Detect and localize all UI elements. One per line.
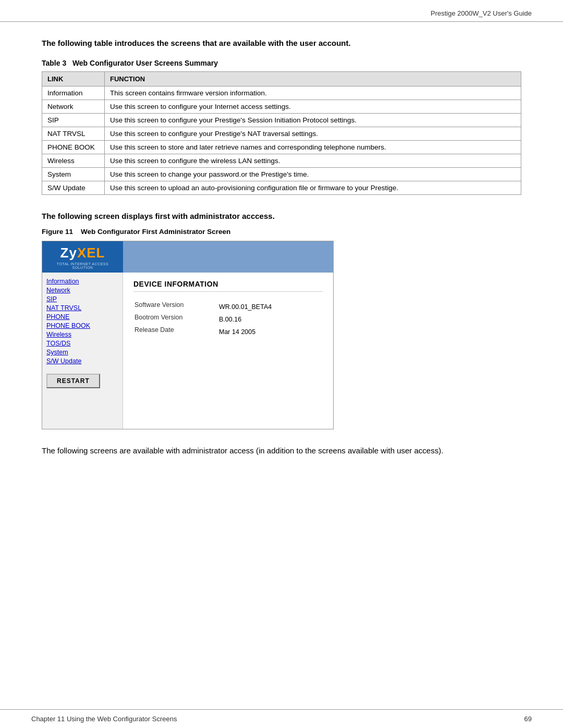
figure-label: Figure 11 bbox=[42, 228, 73, 236]
following-text: The following screens are available with… bbox=[42, 445, 521, 457]
table-row: InformationThis screen contains firmware… bbox=[42, 87, 521, 100]
zyxel-nav-link[interactable]: Information bbox=[46, 278, 118, 285]
zyxel-nav: InformationNetworkSIPNAT TRVSLPHONEPHONE… bbox=[46, 278, 118, 365]
table-label: Table 3 bbox=[42, 59, 66, 67]
zyxel-body: InformationNetworkSIPNAT TRVSLPHONEPHONE… bbox=[42, 273, 333, 429]
device-info-row: Bootrom VersionB.00.16 bbox=[134, 314, 322, 325]
zyxel-nav-link[interactable]: PHONE BOOK bbox=[46, 322, 118, 329]
figure-caption-text: Web Configurator First Administrator Scr… bbox=[81, 228, 230, 236]
zyxel-nav-link[interactable]: System bbox=[46, 349, 118, 356]
restart-button[interactable]: RESTART bbox=[46, 374, 100, 388]
zyxel-main-panel: Device Information Software VersionWR.00… bbox=[123, 273, 333, 429]
table-cell-link: PHONE BOOK bbox=[42, 141, 105, 154]
table-cell-link: System bbox=[42, 168, 105, 181]
zyxel-logo-box: ZyXEL Total Internet Access Solution bbox=[42, 241, 123, 273]
table-cell-link: Wireless bbox=[42, 154, 105, 168]
zyxel-nav-link[interactable]: PHONE bbox=[46, 313, 118, 320]
zyxel-sidebar: InformationNetworkSIPNAT TRVSLPHONEPHONE… bbox=[42, 273, 123, 429]
logo-zy: Zy bbox=[60, 245, 77, 261]
page-header: Prestige 2000W_V2 User's Guide bbox=[0, 0, 563, 22]
table-cell-function: Use this screen to upload an auto-provis… bbox=[105, 181, 521, 195]
col-header-link: LINK bbox=[42, 72, 105, 87]
table-row: SystemUse this screen to change your pas… bbox=[42, 168, 521, 181]
zyxel-logo: ZyXEL bbox=[60, 245, 105, 261]
table-cell-link: SIP bbox=[42, 114, 105, 127]
zyxel-screenshot: ZyXEL Total Internet Access Solution Inf… bbox=[42, 241, 334, 429]
table-cell-function: Use this screen to configure your Presti… bbox=[105, 114, 521, 127]
table-caption-text: Web Configurator User Screens Summary bbox=[72, 59, 218, 67]
table-cell-function: This screen contains firmware version in… bbox=[105, 87, 521, 100]
figure-caption: Figure 11 Web Configurator First Adminis… bbox=[42, 228, 521, 236]
table-row: SIPUse this screen to configure your Pre… bbox=[42, 114, 521, 127]
zyxel-nav-link[interactable]: NAT TRVSL bbox=[46, 304, 118, 312]
table-caption: Table 3 Web Configurator User Screens Su… bbox=[42, 59, 521, 67]
device-info-value: WR.00.01_BETA4 bbox=[219, 301, 322, 313]
device-info-value: Mar 14 2005 bbox=[219, 326, 322, 338]
table-row: S/W UpdateUse this screen to upload an a… bbox=[42, 181, 521, 195]
footer-left: Chapter 11 Using the Web Configurator Sc… bbox=[31, 715, 177, 723]
table-cell-link: S/W Update bbox=[42, 181, 105, 195]
device-info-label: Bootrom Version bbox=[134, 314, 218, 325]
zyxel-tagline: Total Internet Access Solution bbox=[46, 262, 119, 269]
device-info-label: Software Version bbox=[134, 301, 218, 313]
zyxel-nav-link[interactable]: Network bbox=[46, 287, 118, 294]
zyxel-nav-link[interactable]: S/W Update bbox=[46, 357, 118, 365]
table-row: PHONE BOOKUse this screen to store and l… bbox=[42, 141, 521, 154]
device-info-value: B.00.16 bbox=[219, 314, 322, 325]
table-cell-function: Use this screen to configure your Presti… bbox=[105, 127, 521, 141]
zyxel-nav-link[interactable]: SIP bbox=[46, 295, 118, 303]
footer-right: 69 bbox=[524, 715, 532, 723]
table-cell-link: NAT TRVSL bbox=[42, 127, 105, 141]
device-info-table: Software VersionWR.00.01_BETA4Bootrom Ve… bbox=[133, 300, 323, 339]
device-info-row: Release DateMar 14 2005 bbox=[134, 326, 322, 338]
section2-text: The following screen displays first with… bbox=[42, 211, 521, 221]
header-title: Prestige 2000W_V2 User's Guide bbox=[431, 9, 532, 17]
col-header-function: FUNCTION bbox=[105, 72, 521, 87]
summary-table: LINK FUNCTION InformationThis screen con… bbox=[42, 71, 521, 195]
table-cell-link: Information bbox=[42, 87, 105, 100]
zyxel-nav-link[interactable]: TOS/DS bbox=[46, 340, 118, 347]
table-cell-function: Use this screen to configure the wireles… bbox=[105, 154, 521, 168]
page-content: The following table introduces the scree… bbox=[0, 22, 563, 504]
zyxel-nav-link[interactable]: Wireless bbox=[46, 331, 118, 338]
table-row: WirelessUse this screen to configure the… bbox=[42, 154, 521, 168]
logo-xel: XEL bbox=[77, 245, 105, 261]
table-cell-link: Network bbox=[42, 100, 105, 114]
zyxel-main-title: Device Information bbox=[133, 280, 323, 292]
table-cell-function: Use this screen to change your password.… bbox=[105, 168, 521, 181]
table-row: NAT TRVSLUse this screen to configure yo… bbox=[42, 127, 521, 141]
device-info-label: Release Date bbox=[134, 326, 218, 338]
table-cell-function: Use this screen to configure your Intern… bbox=[105, 100, 521, 114]
zyxel-header: ZyXEL Total Internet Access Solution bbox=[42, 241, 333, 273]
device-info-row: Software VersionWR.00.01_BETA4 bbox=[134, 301, 322, 313]
page-footer: Chapter 11 Using the Web Configurator Sc… bbox=[0, 709, 563, 728]
table-cell-function: Use this screen to store and later retri… bbox=[105, 141, 521, 154]
table-row: NetworkUse this screen to configure your… bbox=[42, 100, 521, 114]
intro-text: The following table introduces the scree… bbox=[42, 38, 521, 48]
